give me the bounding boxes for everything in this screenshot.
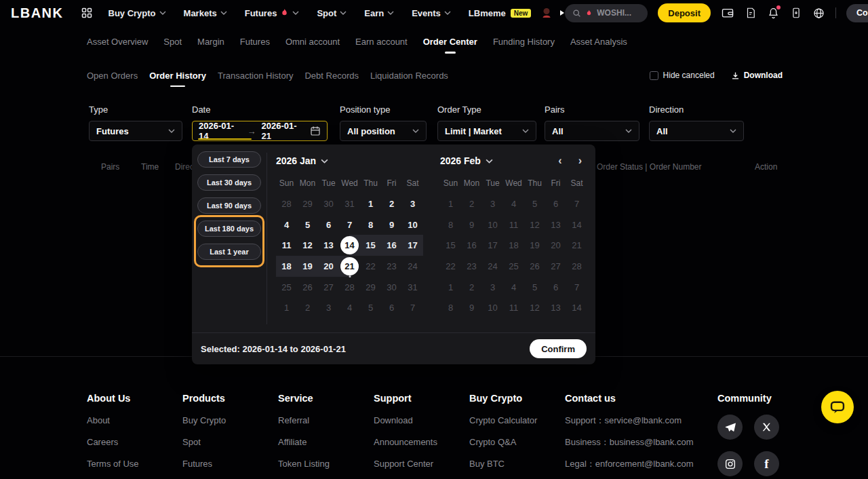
quick-range-last-180-days[interactable]: Last 180 days: [197, 221, 261, 237]
calendar-day[interactable]: 9: [381, 214, 402, 235]
footer-link-careers[interactable]: Careers: [87, 438, 182, 447]
calendar-icon[interactable]: [310, 126, 321, 136]
nav-expand-arrow-icon[interactable]: [559, 9, 565, 16]
calendar-day[interactable]: 4: [276, 214, 297, 235]
account-nav-spot[interactable]: Spot: [163, 28, 182, 54]
x-icon[interactable]: [754, 415, 779, 440]
prev-month-arrow[interactable]: ‹: [558, 155, 561, 166]
account-nav-asset-analysis[interactable]: Asset Analysis: [570, 28, 627, 54]
nav-item-futures[interactable]: Futures: [245, 8, 300, 18]
nav-item-events[interactable]: Events: [412, 8, 451, 18]
account-nav-earn-account[interactable]: Earn account: [355, 28, 408, 54]
calendar-day[interactable]: 10: [402, 214, 423, 235]
footer-link-support-service-lbank-com[interactable]: Support：service@lbank.com: [565, 416, 717, 425]
month-title[interactable]: 2026 Jan: [276, 155, 316, 166]
footer-link-buy-btc[interactable]: Buy BTC: [469, 459, 565, 469]
quick-range-last-30-days[interactable]: Last 30 days: [197, 174, 261, 191]
connect-wallet-button[interactable]: Connect: [846, 4, 868, 22]
lbank-logo[interactable]: LBANK: [11, 5, 64, 21]
hide-canceled-checkbox[interactable]: Hide canceled: [650, 71, 715, 80]
language-globe-icon[interactable]: [812, 7, 825, 20]
search-input[interactable]: WOSHI...: [565, 4, 648, 22]
footer-link-legal-enforcement-lbank-com[interactable]: Legal：enforcement@lbank.com: [565, 459, 717, 469]
nav-item-spot[interactable]: Spot: [317, 8, 347, 18]
footer-link-terms-of-use[interactable]: Terms of Use: [87, 459, 182, 469]
app-download-icon[interactable]: [790, 6, 802, 20]
confirm-button[interactable]: Confirm: [530, 339, 587, 358]
calendar-day[interactable]: 7: [339, 214, 360, 235]
footer-link-referral[interactable]: Referral: [278, 416, 374, 425]
download-button[interactable]: Download: [731, 71, 783, 80]
calendar-day[interactable]: 16: [381, 235, 402, 256]
calendar-day[interactable]: 15: [360, 235, 381, 256]
tab-liquidation-records[interactable]: Liquidation Records: [370, 62, 448, 88]
tab-open-orders[interactable]: Open Orders: [87, 62, 138, 88]
direction-select[interactable]: All: [649, 121, 744, 141]
quick-range-last-7-days[interactable]: Last 7 days: [197, 151, 261, 168]
calendar-day[interactable]: 2: [381, 193, 402, 214]
tab-transaction-history[interactable]: Transaction History: [218, 62, 294, 88]
footer-link-announcements[interactable]: Announcements: [374, 438, 469, 447]
calendar-day[interactable]: 1: [360, 193, 381, 214]
chevron-down-icon[interactable]: [321, 159, 328, 164]
mascot-icon[interactable]: [540, 7, 553, 19]
account-nav-margin[interactable]: Margin: [197, 28, 224, 54]
quick-range-last-90-days[interactable]: Last 90 days: [197, 197, 261, 214]
calendar-day[interactable]: 21: [339, 256, 360, 277]
footer-link-about[interactable]: About: [87, 416, 182, 425]
calendar-day[interactable]: 3: [402, 193, 423, 214]
tab-debt-records[interactable]: Debt Records: [304, 62, 358, 88]
quick-range-last-1-year[interactable]: Last 1 year: [197, 244, 261, 260]
order-type-select[interactable]: Limit | Market: [437, 121, 536, 141]
nav-item-earn[interactable]: Earn: [364, 8, 394, 18]
account-nav-futures[interactable]: Futures: [240, 28, 270, 54]
deposit-button[interactable]: Deposit: [658, 3, 711, 22]
calendar-day[interactable]: 12: [297, 235, 318, 256]
chat-support-button[interactable]: [821, 391, 854, 423]
calendar-day[interactable]: 5: [297, 214, 318, 235]
footer-link-spot[interactable]: Spot: [182, 438, 278, 447]
pairs-select[interactable]: All: [545, 121, 639, 141]
calendar-day[interactable]: 19: [297, 256, 318, 277]
account-nav-funding-history[interactable]: Funding History: [493, 28, 555, 54]
notifications-bell-icon[interactable]: [767, 6, 780, 20]
wallet-icon[interactable]: [721, 6, 734, 20]
telegram-icon[interactable]: [717, 415, 743, 440]
calendar-day[interactable]: 17: [402, 235, 423, 256]
checkbox-box[interactable]: [650, 71, 658, 80]
month-title[interactable]: 2026 Feb: [440, 155, 481, 166]
calendar-day[interactable]: 18: [276, 256, 297, 277]
footer-link-crypto-calculator[interactable]: Crypto Calculator: [469, 416, 565, 425]
calendar-day[interactable]: 14: [339, 235, 360, 256]
next-month-arrow[interactable]: ›: [578, 155, 582, 166]
facebook-icon[interactable]: f: [754, 451, 779, 476]
date-range-input[interactable]: 2026-01-14 → 2026-01-21: [192, 121, 328, 141]
footer-link-crypto-q-a[interactable]: Crypto Q&A: [469, 438, 565, 447]
footer-link-download[interactable]: Download: [374, 416, 469, 425]
footer-link-buy-crypto[interactable]: Buy Crypto: [182, 416, 278, 425]
nav-item-markets[interactable]: Markets: [184, 8, 227, 18]
nav-item-lbmeme[interactable]: LBmemeNew: [469, 8, 531, 18]
calendar-day[interactable]: 8: [360, 214, 381, 235]
instagram-icon[interactable]: [717, 451, 743, 476]
calendar-day[interactable]: 11: [276, 235, 297, 256]
calendar-day[interactable]: 13: [318, 235, 339, 256]
position-select[interactable]: All position: [340, 121, 427, 141]
date-end-value[interactable]: 2026-01-21: [262, 121, 305, 141]
tab-order-history[interactable]: Order History: [149, 62, 206, 88]
account-nav-omni-account[interactable]: Omni account: [285, 28, 340, 54]
apps-grid-icon[interactable]: [81, 7, 92, 18]
nav-item-buy-crypto[interactable]: Buy Crypto: [108, 8, 166, 18]
calendar-day[interactable]: 6: [318, 214, 339, 235]
chevron-down-icon[interactable]: [486, 159, 493, 164]
calendar-day[interactable]: 20: [318, 256, 339, 277]
footer-link-futures[interactable]: Futures: [182, 459, 278, 469]
footer-link-token-listing[interactable]: Token Listing: [278, 459, 374, 469]
footer-link-business-business-lbank-com[interactable]: Business：business@lbank.com: [565, 438, 717, 447]
account-nav-order-center[interactable]: Order Center: [423, 28, 477, 54]
orders-document-icon[interactable]: [745, 6, 757, 20]
account-nav-asset-overview[interactable]: Asset Overview: [87, 28, 148, 54]
type-select[interactable]: Futures: [89, 121, 182, 141]
footer-link-affiliate[interactable]: Affiliate: [278, 438, 374, 447]
footer-link-support-center[interactable]: Support Center: [374, 459, 469, 469]
